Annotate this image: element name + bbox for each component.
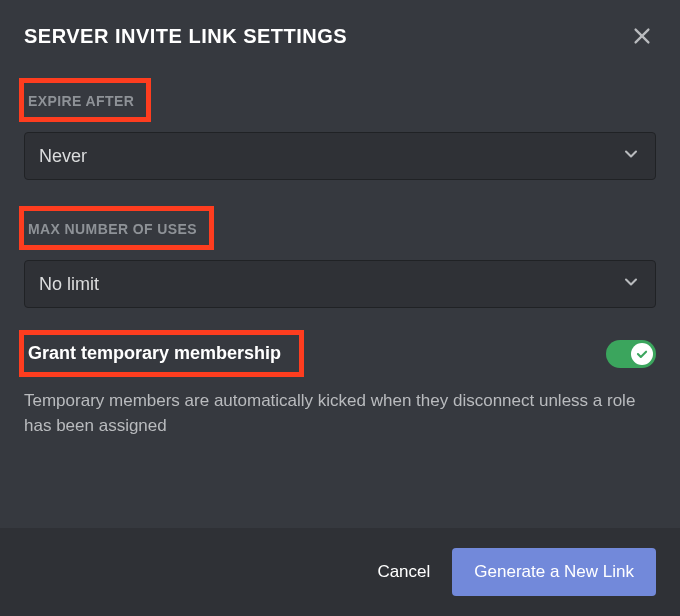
temp-membership-toggle[interactable] [606,340,656,368]
max-uses-value: No limit [39,274,99,295]
expire-after-group: EXPIRE AFTER Never [24,68,656,180]
max-uses-select[interactable]: No limit [24,260,656,308]
max-uses-group: MAX NUMBER OF USES No limit [24,202,656,308]
chevron-down-icon [621,144,641,168]
chevron-down-icon [621,272,641,296]
close-button[interactable] [628,22,656,50]
temp-membership-description: Temporary members are automatically kick… [24,389,656,438]
modal-footer: Cancel Generate a New Link [0,528,680,616]
toggle-knob [631,343,653,365]
temp-membership-group: Grant temporary membership Temporary mem… [24,330,656,438]
check-icon [635,347,649,361]
expire-select[interactable]: Never [24,132,656,180]
modal-header: SERVER INVITE LINK SETTINGS [0,0,680,68]
highlight-expire: EXPIRE AFTER [19,78,151,122]
expire-value: Never [39,146,87,167]
cancel-button[interactable]: Cancel [377,562,430,582]
modal-body: EXPIRE AFTER Never MAX NUMBER OF USES No… [0,68,680,528]
generate-link-button[interactable]: Generate a New Link [452,548,656,596]
highlight-max-uses: MAX NUMBER OF USES [19,206,214,250]
max-uses-label: MAX NUMBER OF USES [24,215,197,241]
temp-membership-row: Grant temporary membership [24,330,656,377]
invite-settings-modal: SERVER INVITE LINK SETTINGS EXPIRE AFTER… [0,0,680,616]
modal-title: SERVER INVITE LINK SETTINGS [24,25,347,48]
expire-label: EXPIRE AFTER [24,87,134,113]
highlight-temp-membership: Grant temporary membership [19,330,304,377]
close-icon [631,25,653,47]
temp-membership-label: Grant temporary membership [28,343,281,363]
